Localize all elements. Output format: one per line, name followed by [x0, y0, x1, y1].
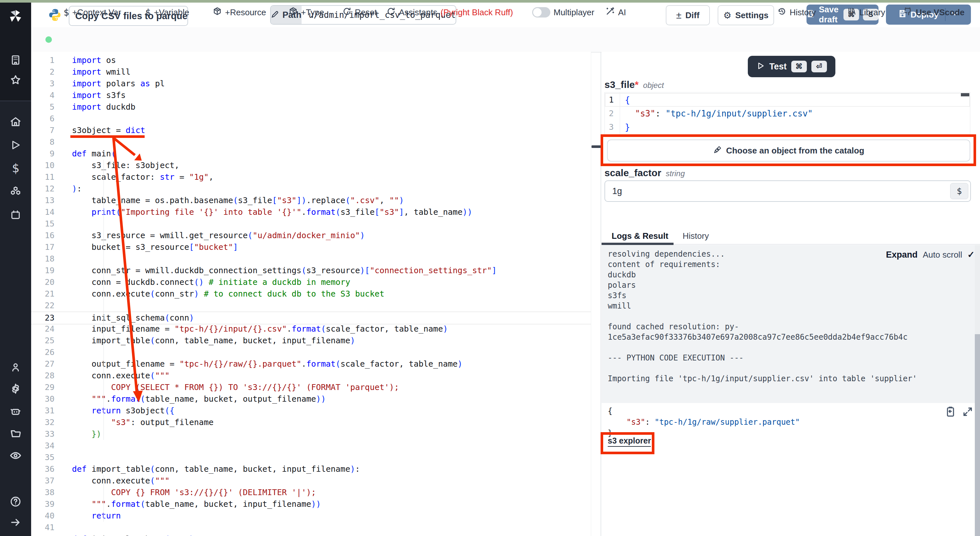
code-line[interactable]: 39 """.format(table_name, bucket, input_… — [31, 498, 591, 510]
sidebar-item-workers[interactable] — [0, 402, 31, 421]
code-line[interactable]: 32 "s3": output_filename — [31, 416, 591, 428]
code-line[interactable]: 7s3object = dict — [31, 124, 591, 136]
code-line[interactable]: 18 — [31, 253, 591, 265]
sidebar-item-workspace[interactable] — [0, 51, 31, 69]
windmill-logo-icon[interactable] — [0, 7, 31, 25]
add-resource-button[interactable]: +Resource — [213, 0, 266, 25]
sidebar-item-audit-logs[interactable] — [0, 447, 31, 464]
add-context-var-button[interactable]: $ +Context Var — [64, 0, 121, 25]
result-area: { "s3": "tpc-h/1g/raw/supplier.parquet"}… — [601, 403, 975, 536]
assistants-button[interactable]: Assistants (Pyright Black Ruff) — [387, 0, 513, 25]
code-line[interactable]: 38 COPY {} FROM 's3://{}/{}' (DELIMITER … — [31, 487, 591, 498]
code-line[interactable]: 20 conn = duckdb.connect() # initiate a … — [31, 276, 591, 288]
arg1-json-editor[interactable]: 1{2 "s3": "tpc-h/1g/input/supplier.csv"3… — [605, 92, 970, 135]
code-line[interactable]: 14 print("Importing file '{}' into table… — [31, 206, 591, 218]
sidebar-item-resources[interactable] — [0, 182, 31, 201]
code-line[interactable]: 25 import_table(conn, table_name, bucket… — [31, 335, 591, 346]
expand-result-button[interactable] — [962, 406, 973, 418]
code-line[interactable]: 35 — [31, 451, 591, 463]
octocat-icon — [903, 6, 913, 19]
sidebar-item-folders[interactable] — [0, 424, 31, 443]
code-line[interactable]: 40 return — [31, 510, 591, 522]
settings-button[interactable]: ⚙ Settings — [718, 5, 774, 25]
code-line[interactable]: 34 — [31, 440, 591, 451]
add-type-button[interactable]: +Type — [289, 0, 324, 25]
autoscroll-checkbox[interactable]: ✓ — [967, 249, 975, 260]
code-line[interactable]: 9def main( — [31, 148, 591, 160]
code-line[interactable]: 26 — [31, 346, 591, 358]
code-line[interactable]: 30 """.format(table_name, bucket, output… — [31, 393, 591, 405]
multiplayer-toggle[interactable]: Multiplayer — [532, 0, 594, 25]
sidebar-item-settings[interactable] — [0, 380, 31, 398]
panel-scrollbar-thumb[interactable] — [975, 334, 980, 536]
code-line[interactable]: 28 conn.execute(""" — [31, 370, 591, 381]
code-line[interactable]: 13 table_name = os.path.basename(s3_file… — [31, 195, 591, 206]
ai-button[interactable]: AI — [605, 0, 626, 25]
code-line[interactable]: 16 s3_resource = wmill.get_resource("u/a… — [31, 230, 591, 241]
sidebar-item-schedules[interactable] — [0, 206, 31, 224]
tab-history[interactable]: History — [682, 231, 709, 241]
sidebar-item-users[interactable] — [0, 358, 31, 376]
history-button[interactable]: History — [777, 0, 816, 25]
code-line[interactable]: 33 }) — [31, 428, 591, 440]
panel-divider[interactable] — [601, 52, 601, 536]
json-editor-line[interactable]: 2 "s3": "tpc-h/1g/input/supplier.csv" — [605, 107, 970, 120]
test-button[interactable]: Test ⌘ ⏎ — [748, 56, 835, 77]
code-line[interactable]: 36def import_table(conn, table_name, buc… — [31, 463, 591, 475]
code-line[interactable]: 3import polars as pl — [31, 78, 591, 89]
diff-button[interactable]: ± Diff — [666, 5, 710, 25]
json-editor-line[interactable]: 3} — [605, 120, 970, 134]
toggle-off-icon[interactable] — [532, 7, 550, 18]
code-line[interactable]: 19 conn_str = wmill.duckdb_connection_se… — [31, 265, 591, 276]
tab-logs-result[interactable]: Logs & Result — [612, 231, 668, 241]
code-line[interactable]: 11 scale_factor: str = "1g", — [31, 171, 591, 183]
help-icon[interactable] — [0, 493, 31, 511]
code-line[interactable]: 22 — [31, 300, 591, 311]
code-line[interactable]: 27 output_filename = "tpc-h/{}/raw/{}.pa… — [31, 358, 591, 370]
code-line[interactable]: 6 — [31, 113, 591, 124]
pencil-icon — [271, 10, 279, 20]
code-editor[interactable]: 1import os2import wmill3import polars as… — [31, 52, 591, 536]
code-line[interactable]: 10 s3_file: s3object, — [31, 160, 591, 171]
arg2-input[interactable]: 1g $ — [605, 180, 971, 202]
sidebar-item-variables[interactable]: $ — [0, 159, 31, 177]
code-line[interactable]: 5import duckdb — [31, 101, 591, 113]
panel-divider-handle[interactable] — [592, 145, 601, 148]
expand-logs-button[interactable]: Expand — [886, 250, 918, 260]
play-icon — [756, 62, 765, 72]
code-line[interactable]: 21 conn.execute(conn_str) # to connect d… — [31, 288, 591, 300]
code-line[interactable]: 29 COPY (SELECT * FROM {}) TO 's3://{}/{… — [31, 381, 591, 393]
use-vscode-button[interactable]: Use VScode — [903, 0, 964, 25]
code-line[interactable]: 15 — [31, 218, 591, 230]
copy-result-button[interactable] — [945, 405, 956, 419]
cmd-key-badge: ⌘ — [791, 61, 807, 72]
editor-edge-line — [591, 52, 591, 536]
code-line[interactable]: 24 input_filename = "tpc-h/{}/input/{}.c… — [31, 323, 591, 335]
windmill-script-editor: $ Copy CSV files to parquet Path u/admin… — [0, 0, 980, 536]
sidebar-item-favorites[interactable] — [0, 71, 31, 89]
mini-scrollbar-thumb[interactable] — [961, 93, 969, 96]
reset-button[interactable]: Reset — [342, 0, 377, 25]
code-line[interactable]: 4import s3fs — [31, 89, 591, 101]
code-line[interactable]: 23 init_sql_schema(conn) — [31, 311, 591, 324]
sidebar-item-runs[interactable] — [0, 136, 31, 154]
code-line[interactable]: 2import wmill — [31, 66, 591, 78]
code-line[interactable]: 41 — [31, 522, 591, 533]
choose-object-button[interactable]: Choose an object from the catalog — [607, 139, 970, 161]
code-line[interactable]: 31 return s3object({ — [31, 405, 591, 416]
code-line[interactable]: 1import os — [31, 54, 591, 66]
add-variable-button[interactable]: $ +Variable — [145, 0, 189, 25]
code-line[interactable]: 12): — [31, 183, 591, 195]
expand-sidebar-icon[interactable] — [0, 513, 31, 531]
s3-explorer-link[interactable]: s3 explorer — [608, 436, 651, 447]
library-button[interactable]: Library — [847, 0, 885, 25]
enter-key-badge: ⏎ — [811, 61, 827, 72]
variable-picker-button[interactable]: $ — [950, 183, 968, 199]
refresh-icon — [387, 7, 396, 18]
json-editor-line[interactable]: 1{ — [605, 93, 970, 107]
code-line[interactable]: 8 — [31, 136, 591, 148]
code-line[interactable]: 17 bucket = s3_resource["bucket"] — [31, 241, 591, 253]
code-line[interactable]: 42def init_sql_schema(conn): — [31, 533, 591, 536]
code-line[interactable]: 37 conn.execute(""" — [31, 475, 591, 487]
sidebar-item-home[interactable] — [0, 113, 31, 131]
